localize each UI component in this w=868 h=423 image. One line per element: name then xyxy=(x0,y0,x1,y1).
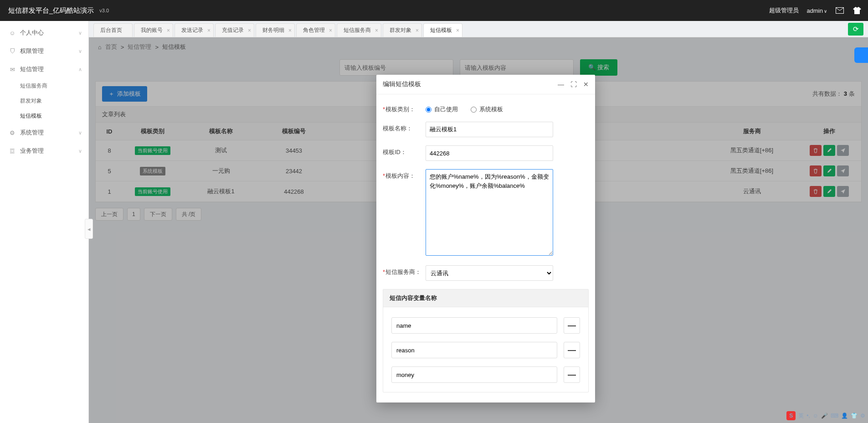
topbar-user-area: 超级管理员 admin∨ xyxy=(769,6,862,15)
chevron-down-icon: ∨ xyxy=(78,148,82,154)
label-id: 模板ID： xyxy=(383,145,426,156)
tshirt-icon[interactable] xyxy=(853,6,862,15)
mail-icon[interactable] xyxy=(835,6,844,15)
label-name: 模板名称： xyxy=(383,122,426,133)
maximize-icon[interactable]: ⛶ xyxy=(570,81,577,88)
chevron-down-icon: ∨ xyxy=(78,30,82,36)
label-type: *模板类别： xyxy=(383,103,426,113)
sidebar-item-business[interactable]: ☲业务管理∨ xyxy=(0,142,88,160)
ime-logo-icon[interactable]: S xyxy=(786,411,796,420)
remove-variable-button[interactable]: — xyxy=(564,366,580,383)
gear-icon: ⚙ xyxy=(8,129,16,136)
radio-self[interactable]: 自己使用 xyxy=(426,105,458,113)
ime-settings-icon[interactable]: ⚙ xyxy=(860,413,865,419)
label-provider: *短信服务商： xyxy=(383,265,426,276)
user-icon: ☺ xyxy=(8,30,16,36)
template-id-input[interactable] xyxy=(426,145,553,161)
ime-skin-icon[interactable]: 👕 xyxy=(851,413,858,419)
ime-voice-icon[interactable]: 🎤 xyxy=(821,413,828,419)
modal-title: 编辑短信模板 xyxy=(383,80,421,88)
close-icon[interactable]: ✕ xyxy=(583,81,589,88)
modal-header: 编辑短信模板 — ⛶ ✕ xyxy=(376,75,595,94)
role-label: 超级管理员 xyxy=(769,6,799,15)
close-icon[interactable]: × xyxy=(375,27,378,34)
chevron-up-icon: ∧ xyxy=(78,67,82,72)
close-icon[interactable]: × xyxy=(456,27,459,34)
template-content-textarea[interactable] xyxy=(426,169,553,256)
variable-row: — xyxy=(391,317,580,334)
chevron-down-icon: ∨ xyxy=(78,48,82,54)
tab-home[interactable]: 后台首页 xyxy=(93,23,133,37)
sidebar-collapse-handle[interactable]: ◂ xyxy=(85,219,93,239)
ime-punct-icon[interactable]: •, xyxy=(806,413,810,419)
sidebar-sub-targets[interactable]: 群发对象 xyxy=(0,93,88,108)
radio-system[interactable]: 系统模板 xyxy=(471,105,503,113)
variables-block: 短信内容变量名称 — — — xyxy=(383,289,589,392)
ime-person-icon[interactable]: 👤 xyxy=(841,413,848,419)
brand-title: 短信群发平台_亿码酷站演示 xyxy=(8,6,94,15)
sidebar-item-system[interactable]: ⚙系统管理∨ xyxy=(0,124,88,142)
remove-variable-button[interactable]: — xyxy=(564,317,580,334)
close-icon[interactable]: × xyxy=(248,27,251,34)
close-icon[interactable]: × xyxy=(167,27,170,34)
minimize-icon[interactable]: — xyxy=(558,81,564,88)
variable-row: — xyxy=(391,366,580,383)
tab-provider[interactable]: 短信服务商× xyxy=(337,23,381,37)
close-icon[interactable]: × xyxy=(207,27,211,34)
sidebar-sub-provider[interactable]: 短信服务商 xyxy=(0,78,88,93)
sms-icon: ✉ xyxy=(8,66,16,73)
close-icon[interactable]: × xyxy=(288,27,292,34)
sidebar-sub-templates[interactable]: 短信模板 xyxy=(0,108,88,124)
variable-name-input[interactable] xyxy=(391,366,557,383)
close-icon[interactable]: × xyxy=(416,27,419,34)
tab-account[interactable]: 我的账号× xyxy=(134,23,173,37)
ime-keyboard-icon[interactable]: ⌨ xyxy=(831,413,838,419)
variable-name-input[interactable] xyxy=(391,342,557,358)
tab-targets[interactable]: 群发对象× xyxy=(383,23,422,37)
variable-name-input[interactable] xyxy=(391,317,557,334)
tab-sendlog[interactable]: 发送记录× xyxy=(175,23,214,37)
floating-badge[interactable] xyxy=(854,47,868,63)
tab-templates[interactable]: 短信模板× xyxy=(423,23,462,37)
tab-strip: 后台首页 我的账号× 发送记录× 充值记录× 财务明细× 角色管理× 短信服务商… xyxy=(89,21,868,37)
user-dropdown[interactable]: admin∨ xyxy=(807,7,827,14)
sidebar: ☺个人中心∨ ⛉权限管理∨ ✉短信管理∧ 短信服务商 群发对象 短信模板 ⚙系统… xyxy=(0,21,89,423)
topbar: 短信群发平台_亿码酷站演示 v3.0 超级管理员 admin∨ xyxy=(0,0,868,21)
ime-emoji-icon[interactable]: ☺ xyxy=(813,413,818,419)
sidebar-item-personal[interactable]: ☺个人中心∨ xyxy=(0,24,88,42)
template-name-input[interactable] xyxy=(426,122,553,137)
ime-toolbar: S 英 •, ☺ 🎤 ⌨ 👤 👕 ⚙ xyxy=(786,411,865,420)
chevron-down-icon: ∨ xyxy=(78,130,82,136)
remove-variable-button[interactable]: — xyxy=(564,342,580,358)
tab-recharge[interactable]: 充值记录× xyxy=(215,23,254,37)
sidebar-item-permission[interactable]: ⛉权限管理∨ xyxy=(0,42,88,60)
variable-row: — xyxy=(391,342,580,358)
shield-icon: ⛉ xyxy=(8,48,16,55)
edit-template-modal: 编辑短信模板 — ⛶ ✕ *模板类别： 自己使用 系统模板 模板名称： 模板ID… xyxy=(376,75,595,402)
tab-roles[interactable]: 角色管理× xyxy=(296,23,335,37)
label-content: *模板内容： xyxy=(383,169,426,180)
refresh-button[interactable]: ⟳ xyxy=(848,23,863,36)
ime-lang-label[interactable]: 英 xyxy=(798,412,804,420)
variables-title: 短信内容变量名称 xyxy=(383,289,588,307)
tab-finance[interactable]: 财务明细× xyxy=(256,23,295,37)
provider-select[interactable]: 云通讯 xyxy=(426,265,553,281)
close-icon[interactable]: × xyxy=(329,27,332,34)
briefcase-icon: ☲ xyxy=(8,148,16,155)
version-label: v3.0 xyxy=(99,8,109,13)
modal-body: *模板类别： 自己使用 系统模板 模板名称： 模板ID： *模板内容： *短信服… xyxy=(376,94,595,402)
sidebar-item-sms[interactable]: ✉短信管理∧ xyxy=(0,60,88,78)
